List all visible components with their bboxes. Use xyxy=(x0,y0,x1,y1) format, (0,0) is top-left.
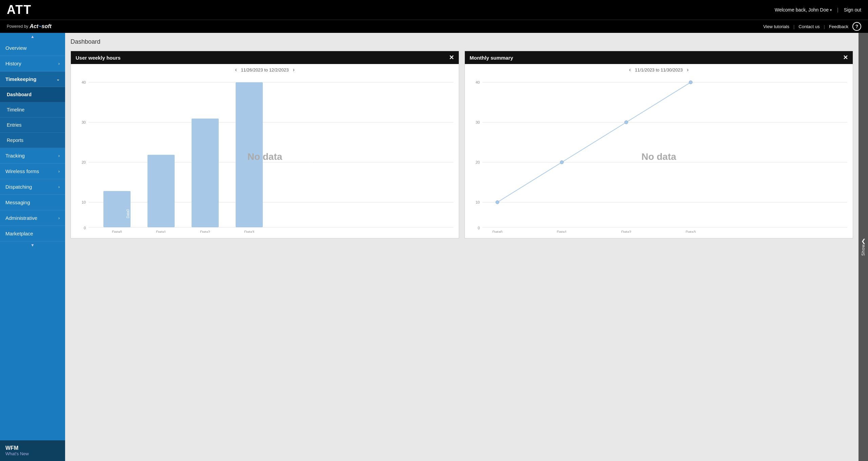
point-data1 xyxy=(560,161,564,164)
next-week-button[interactable]: › xyxy=(293,67,294,73)
sidebar-item-administrative[interactable]: Administrative › xyxy=(0,210,65,226)
svg-text:Data0: Data0 xyxy=(112,230,122,233)
svg-text:10: 10 xyxy=(476,200,480,204)
right-panel[interactable]: ❮ Show xyxy=(859,33,868,461)
main-layout: ▲ Overview History › Timekeeping ⌄ Dashb… xyxy=(0,33,868,461)
chevron-right-icon: › xyxy=(58,61,60,66)
bar-data1 xyxy=(147,155,175,227)
close-chart-line-button[interactable]: ✕ xyxy=(843,55,848,61)
sidebar-item-messaging[interactable]: Messaging xyxy=(0,195,65,210)
sidebar-reports-label: Reports xyxy=(7,138,23,143)
page-title: Dashboard xyxy=(71,38,853,45)
link-separator-1: | xyxy=(793,24,794,29)
chart-nav-bar: ‹ 11/26/2023 to 12/2/2023 › xyxy=(71,64,459,76)
chevron-right-tracking-icon: › xyxy=(58,153,60,158)
svg-text:20: 20 xyxy=(82,160,86,164)
sidebar-overview-label: Overview xyxy=(5,45,27,51)
help-icon: ? xyxy=(855,24,859,29)
svg-text:10: 10 xyxy=(82,200,86,204)
svg-text:40: 40 xyxy=(82,80,86,84)
wfm-whats-new[interactable]: What's New xyxy=(5,451,60,456)
svg-text:0: 0 xyxy=(84,226,86,230)
date-range-line: 11/1/2023 to 11/30/2023 xyxy=(635,67,683,72)
header-top: ATT Welcome back, John Doe ▾ | Sign out xyxy=(0,0,868,20)
panel-arrow-icon: ❮ xyxy=(861,238,866,244)
line-chart-polyline xyxy=(497,82,691,202)
sidebar-item-marketplace[interactable]: Marketplace xyxy=(0,226,65,242)
sidebar-footer: WFM What's New xyxy=(0,440,65,461)
sidebar-marketplace-label: Marketplace xyxy=(5,231,33,236)
sidebar-item-reports[interactable]: Reports xyxy=(0,133,65,148)
point-data0 xyxy=(496,201,499,204)
line-chart-body: No data 40 30 20 10 0 xyxy=(465,76,853,238)
date-range-bar: 11/26/2023 to 12/2/2023 xyxy=(241,67,289,72)
bar-chart-body: No data 40 30 20 10 0 xyxy=(71,76,459,238)
svg-text:Data1: Data1 xyxy=(156,230,166,233)
powered-by: Powered by Act~soft xyxy=(7,23,52,29)
prev-month-button[interactable]: ‹ xyxy=(629,67,631,73)
sidebar-item-overview[interactable]: Overview xyxy=(0,40,65,56)
chevron-right-admin-icon: › xyxy=(58,216,60,221)
actsoft-logo: Act~soft xyxy=(29,23,51,29)
sidebar-dashboard-label: Dashboard xyxy=(7,92,32,97)
view-tutorials-link[interactable]: View tutorials xyxy=(763,24,789,29)
prev-week-button[interactable]: ‹ xyxy=(235,67,237,73)
svg-text:0: 0 xyxy=(478,226,480,230)
next-month-button[interactable]: › xyxy=(687,67,688,73)
sidebar-item-dispatching[interactable]: Dispatching › xyxy=(0,179,65,195)
sidebar-scroll-down[interactable]: ▼ xyxy=(0,242,65,249)
header: ATT Welcome back, John Doe ▾ | Sign out … xyxy=(0,0,868,33)
sidebar-history-label: History xyxy=(5,61,21,66)
sidebar-timeline-label: Timeline xyxy=(7,107,24,112)
monthly-summary-card: Monthly summary ✕ ‹ 11/1/2023 to 11/30/2… xyxy=(465,51,853,238)
svg-text:Data0: Data0 xyxy=(126,209,130,218)
svg-text:Data3: Data3 xyxy=(309,158,313,167)
chart-header-bar: User weekly hours ✕ xyxy=(71,51,459,64)
sidebar-item-tracking[interactable]: Tracking › xyxy=(0,148,65,164)
sign-out-link[interactable]: Sign out xyxy=(844,7,861,13)
link-separator-2: | xyxy=(824,24,825,29)
sidebar-administrative-label: Administrative xyxy=(5,215,37,221)
user-weekly-hours-card: User weekly hours ✕ ‹ 11/26/2023 to 12/2… xyxy=(71,51,459,238)
bar-data2 xyxy=(192,119,219,227)
welcome-text: Welcome back, John Doe xyxy=(775,7,829,13)
contact-us-link[interactable]: Contact us xyxy=(798,24,820,29)
chevron-right-wireless-icon: › xyxy=(58,169,60,174)
bar-data0 xyxy=(103,191,131,227)
sidebar-item-wireless-forms[interactable]: Wireless forms › xyxy=(0,164,65,179)
header-links: View tutorials | Contact us | Feedback ? xyxy=(763,22,861,31)
svg-text:Data3: Data3 xyxy=(244,230,254,233)
svg-text:Data2: Data2 xyxy=(200,230,210,233)
help-button[interactable]: ? xyxy=(852,22,861,31)
svg-text:Data0: Data0 xyxy=(492,230,502,233)
main-content: Dashboard User weekly hours ✕ ‹ 11/26/20… xyxy=(65,33,859,461)
sidebar-item-timekeeping[interactable]: Timekeeping ⌄ xyxy=(0,71,65,87)
bar-data3 xyxy=(236,82,263,227)
svg-text:Data2: Data2 xyxy=(621,230,631,233)
line-chart-svg: 40 30 20 10 0 xyxy=(470,78,847,233)
sidebar-item-timeline[interactable]: Timeline xyxy=(0,102,65,118)
chart-nav-line: ‹ 11/1/2023 to 11/30/2023 › xyxy=(465,64,853,76)
svg-text:30: 30 xyxy=(476,120,480,124)
sidebar-item-dashboard[interactable]: Dashboard xyxy=(0,87,65,102)
welcome-dropdown[interactable]: Welcome back, John Doe ▾ xyxy=(775,7,832,13)
svg-text:20: 20 xyxy=(476,160,480,164)
sidebar-item-entries[interactable]: Entries xyxy=(0,118,65,133)
svg-text:40: 40 xyxy=(476,80,480,84)
chart-title-bar: User weekly hours xyxy=(76,55,121,61)
sidebar-tracking-label: Tracking xyxy=(5,153,25,159)
powered-by-label: Powered by xyxy=(7,24,28,29)
close-chart-bar-button[interactable]: ✕ xyxy=(449,55,454,61)
sidebar-timekeeping-label: Timekeeping xyxy=(5,76,36,82)
sidebar-item-history[interactable]: History › xyxy=(0,56,65,71)
chart-header-line: Monthly summary ✕ xyxy=(465,51,853,64)
chart-title-line: Monthly summary xyxy=(470,55,513,61)
sidebar-scroll-up[interactable]: ▲ xyxy=(0,33,65,40)
sidebar-wireless-forms-label: Wireless forms xyxy=(5,168,39,174)
bar-chart-svg: 40 30 20 10 0 Data0 xyxy=(76,78,453,233)
chevron-down-icon: ▾ xyxy=(830,8,832,12)
feedback-link[interactable]: Feedback xyxy=(829,24,848,29)
svg-text:30: 30 xyxy=(82,120,86,124)
chevron-right-dispatching-icon: › xyxy=(58,185,60,189)
sidebar-dispatching-label: Dispatching xyxy=(5,184,32,190)
